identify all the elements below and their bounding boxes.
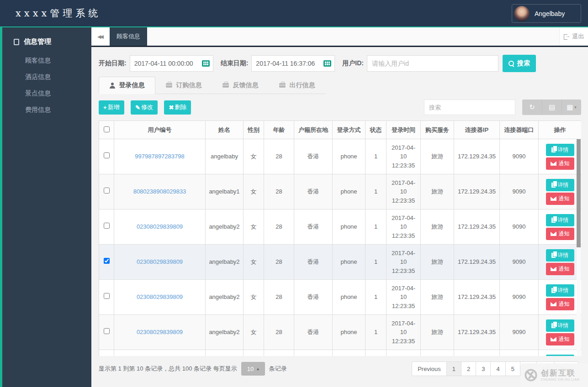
column-header: 用户编号: [114, 121, 206, 139]
table-row[interactable]: 8080238908029833angelbaby1女28香港phone1201…: [99, 174, 582, 209]
detail-button[interactable]: 详情: [546, 249, 574, 261]
cell-service: 旅游: [421, 350, 454, 356]
end-date-input[interactable]: [252, 56, 320, 71]
cell-user-id: 997987897283798: [114, 139, 206, 174]
table-row[interactable]: 02308029839809angelbaby2女28香港phone12017-…: [99, 280, 582, 315]
logout-icon: [564, 34, 570, 39]
sidebar-item-fee-info[interactable]: 费用信息: [0, 102, 91, 118]
sidebar-collapse-button[interactable]: ◀◀: [91, 27, 110, 46]
copy-icon: [551, 253, 556, 258]
page-item-previous[interactable]: Previous: [412, 361, 447, 376]
user-id-link[interactable]: 997987897283798: [135, 153, 184, 160]
row-checkbox[interactable]: [104, 188, 110, 194]
notify-button[interactable]: 通知: [546, 263, 574, 275]
search-icon: [509, 61, 514, 67]
cell-actions: 详情通知: [539, 350, 582, 356]
envelope-icon: [551, 232, 556, 236]
tab-travel-info[interactable]: 出行信息: [269, 77, 325, 94]
tab-label: 登录信息: [119, 81, 145, 89]
notify-button[interactable]: 通知: [546, 298, 574, 310]
user-id-link[interactable]: 02308029839809: [137, 329, 183, 335]
tab-order-info[interactable]: 订购信息: [155, 77, 212, 94]
sidebar-item-customer-info[interactable]: 顾客信息: [0, 52, 91, 69]
row-checkbox[interactable]: [104, 152, 110, 158]
page-item-5[interactable]: 5: [505, 361, 520, 376]
add-button[interactable]: + 新增: [99, 100, 124, 115]
end-date-calendar-button[interactable]: [320, 56, 334, 71]
edit-button[interactable]: ✎ 修改: [131, 100, 158, 115]
sidebar-item-hotel-info[interactable]: 酒店信息: [0, 69, 91, 85]
sidebar-section-info-management[interactable]: 信息管理: [0, 27, 91, 52]
copy-icon: [551, 183, 556, 188]
row-checkbox[interactable]: [104, 328, 110, 334]
row-checkbox[interactable]: [104, 293, 110, 299]
user-id-input[interactable]: [367, 55, 498, 72]
user-menu[interactable]: Angelbaby: [512, 4, 581, 23]
delete-button[interactable]: ✖ 删除: [164, 100, 191, 115]
sidebar-item-scenic-info[interactable]: 景点信息: [0, 85, 91, 102]
page-item-3[interactable]: 3: [476, 361, 491, 376]
notify-button[interactable]: 通知: [546, 157, 574, 170]
page-item-4[interactable]: 4: [490, 361, 505, 376]
column-header: 操作: [539, 121, 582, 139]
open-tab-customer-info[interactable]: 顾客信息: [110, 27, 147, 46]
cell-service: 旅游: [421, 209, 454, 245]
row-checkbox[interactable]: [104, 223, 110, 229]
tab-feedback-info[interactable]: 反馈信息: [212, 77, 269, 94]
select-all-checkbox[interactable]: [104, 126, 110, 132]
search-button[interactable]: 搜索: [503, 55, 536, 72]
tab-strip: ◀◀ 顾客信息 退出: [91, 27, 588, 47]
cell-checkbox: [99, 350, 114, 356]
app-title: xxxx管理系统: [16, 0, 101, 26]
table-row[interactable]: 02308029839809angelbaby2女28香港phone12017-…: [99, 315, 582, 350]
summary-prefix: 显示第 1 到第 10 条记录，总共 100 条记录 每页显示: [99, 365, 237, 373]
notify-button[interactable]: 通知: [546, 228, 574, 240]
table-row[interactable]: 02308029839809angelbaby2女28香港phone12017-…: [99, 350, 582, 356]
cell-actions: 详情通知: [539, 280, 582, 315]
page-size-dropdown[interactable]: 10 ▴: [241, 362, 265, 376]
logout-button[interactable]: 退出: [559, 27, 588, 46]
start-date-group: [130, 55, 213, 72]
watermark-subtitle: CHUANG XIN HU LIAN: [541, 378, 579, 381]
document-icon: [14, 39, 19, 45]
tab-login-info[interactable]: 登录信息: [99, 77, 155, 94]
table-scrollbar[interactable]: [577, 139, 581, 356]
user-id-link[interactable]: 02308029839809: [137, 223, 183, 230]
user-id-link[interactable]: 02308029839809: [137, 258, 183, 265]
user-id-link[interactable]: 8080238908029833: [133, 188, 186, 195]
page-item-1[interactable]: 1: [446, 361, 461, 376]
detail-button[interactable]: 详情: [546, 284, 574, 297]
cell-port: 9090: [500, 209, 539, 245]
cell-status: 1: [366, 350, 387, 356]
detail-button[interactable]: 详情: [546, 179, 574, 191]
cell-checkbox: [99, 315, 114, 350]
detail-button[interactable]: 详情: [546, 214, 574, 226]
row-checkbox[interactable]: [104, 258, 110, 264]
calendar-icon: [202, 60, 210, 67]
cell-user-id: 02308029839809: [114, 209, 206, 245]
cell-checkbox: [99, 139, 114, 174]
detail-button[interactable]: 详情: [546, 319, 574, 332]
cell-login-type: phone: [333, 280, 366, 315]
cell-actions: 详情通知: [539, 174, 582, 209]
columns-button[interactable]: ▦ ▾: [562, 99, 581, 115]
cell-login-time: 2017-04-10 12:23:35: [387, 280, 421, 315]
start-date-input[interactable]: [130, 56, 199, 71]
user-id-link[interactable]: 02308029839809: [137, 293, 183, 300]
scrollbar-thumb[interactable]: [577, 139, 581, 247]
cell-user-id: 02308029839809: [114, 245, 206, 280]
refresh-button[interactable]: ↻: [522, 99, 542, 115]
table-row[interactable]: 997987897283798angelbaby女28香港phone12017-…: [99, 139, 582, 174]
start-date-calendar-button[interactable]: [199, 56, 213, 71]
page-item-2[interactable]: 2: [461, 361, 476, 376]
detail-button[interactable]: 详情: [546, 355, 574, 356]
table-row[interactable]: 02308029839809angelbaby2女28香港phone12017-…: [99, 245, 582, 280]
notify-button[interactable]: 通知: [546, 193, 574, 205]
cell-login-type: phone: [333, 350, 366, 356]
search-button-label: 搜索: [517, 59, 530, 68]
notify-button[interactable]: 通知: [546, 333, 574, 345]
table-row[interactable]: 02308029839809angelbaby2女28香港phone12017-…: [99, 209, 582, 245]
table-search-input[interactable]: [424, 99, 515, 115]
toggle-view-button[interactable]: ▤: [542, 99, 562, 115]
detail-button[interactable]: 详情: [546, 144, 574, 156]
